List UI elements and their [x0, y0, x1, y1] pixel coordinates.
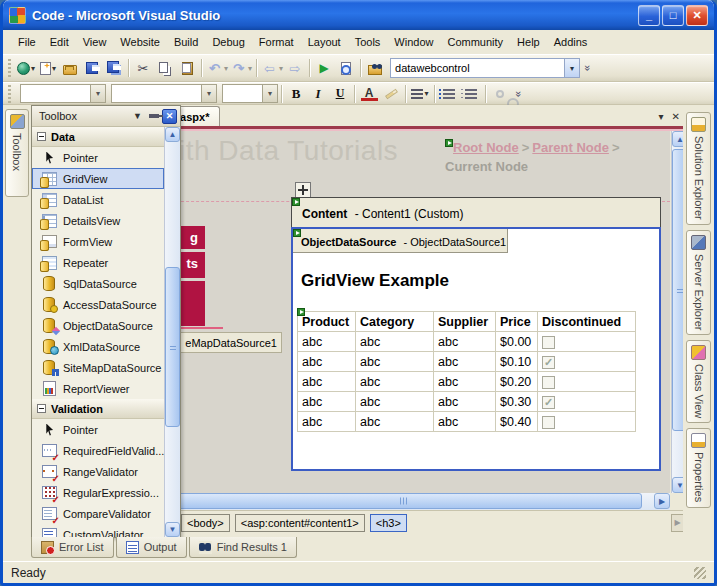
- breadcrumb-link-parent-node[interactable]: Parent Node: [532, 140, 609, 155]
- menu-window[interactable]: Window: [387, 33, 440, 51]
- menu-debug[interactable]: Debug: [205, 33, 251, 51]
- menu-website[interactable]: Website: [113, 33, 167, 51]
- smart-tag-icon[interactable]: [445, 139, 453, 147]
- cut-button[interactable]: [132, 57, 154, 79]
- toolbox-pin-icon[interactable]: [146, 109, 161, 124]
- toolbox-scroll-thumb[interactable]: [165, 267, 180, 427]
- discontinued-checkbox[interactable]: [542, 356, 555, 369]
- left-tab-toolbox[interactable]: Toolbox: [5, 109, 29, 197]
- dropdown-arrow-icon[interactable]: ▾: [248, 64, 252, 73]
- toolbox-item-comparevalidator[interactable]: CompareValidator: [32, 503, 164, 524]
- move-handle-icon[interactable]: [295, 182, 311, 198]
- breadcrumb-link-root-node[interactable]: Root Node: [453, 140, 519, 155]
- bold-button[interactable]: [285, 83, 307, 105]
- right-tab-class-view[interactable]: Class View: [686, 340, 711, 423]
- smart-tag-icon[interactable]: [293, 229, 301, 237]
- toolbox-item-pointer[interactable]: Pointer: [32, 147, 164, 168]
- minimize-button[interactable]: _: [638, 5, 660, 26]
- toolbox-item-repeater[interactable]: Repeater: [32, 252, 164, 273]
- redo-button[interactable]: ▾: [229, 57, 253, 79]
- toolbar-grip[interactable]: [8, 59, 11, 77]
- menu-layout[interactable]: Layout: [301, 33, 348, 51]
- menu-view[interactable]: View: [76, 33, 114, 51]
- maximize-button[interactable]: □: [662, 5, 684, 26]
- tag-asp-content-content1[interactable]: <asp:content#content1>: [235, 514, 365, 532]
- tag-h3[interactable]: <h3>: [370, 514, 407, 532]
- right-tab-solution-explorer[interactable]: Solution Explorer: [686, 112, 711, 225]
- search-combo[interactable]: datawebcontrol▾: [390, 58, 580, 78]
- toolbox-item-requiredfieldvalid[interactable]: RequiredFieldValid...: [32, 440, 164, 461]
- menu-format[interactable]: Format: [252, 33, 301, 51]
- bottom-tab-error-list[interactable]: Error List: [31, 537, 114, 558]
- find-in-files-button[interactable]: [364, 57, 386, 79]
- design-surface[interactable]: ith Data Tutorials Root Node>Parent Node…: [161, 131, 670, 493]
- document-list-dropdown-icon[interactable]: ▾: [659, 111, 664, 122]
- numbered-list-button[interactable]: [460, 83, 482, 105]
- discontinued-checkbox[interactable]: [542, 376, 555, 389]
- alignment-button[interactable]: ▾: [409, 83, 431, 105]
- collapse-icon[interactable]: [37, 404, 46, 413]
- collapse-icon[interactable]: [37, 132, 46, 141]
- toolbox-item-sitemapdatasource[interactable]: SiteMapDataSource: [32, 357, 164, 378]
- save-all-button[interactable]: [103, 57, 125, 79]
- menu-build[interactable]: Build: [167, 33, 205, 51]
- view-in-browser-button[interactable]: [335, 57, 357, 79]
- menu-community[interactable]: Community: [440, 33, 510, 51]
- tag-body[interactable]: <body>: [181, 514, 230, 532]
- scroll-up-icon[interactable]: ▲: [165, 127, 180, 142]
- foreground-color-button[interactable]: [358, 83, 380, 105]
- toolbox-item-reportviewer[interactable]: ReportViewer: [32, 378, 164, 399]
- right-tab-properties[interactable]: Properties: [686, 428, 711, 507]
- toolbox-section-data[interactable]: Data: [32, 127, 164, 147]
- discontinued-checkbox[interactable]: [542, 336, 555, 349]
- toolbox-item-objectdatasource[interactable]: ObjectDataSource: [32, 315, 164, 336]
- toolbox-close-icon[interactable]: ✕: [162, 109, 177, 124]
- new-website-button[interactable]: ▾: [15, 57, 37, 79]
- toolbox-item-datalist[interactable]: DataList: [32, 189, 164, 210]
- scroll-right-icon[interactable]: ▶: [654, 493, 670, 509]
- toolbox-menu-icon[interactable]: ▼: [130, 109, 145, 124]
- bulleted-list-button[interactable]: [438, 83, 460, 105]
- scroll-down-icon[interactable]: ▼: [165, 522, 180, 537]
- right-tab-server-explorer[interactable]: Server Explorer: [686, 230, 711, 335]
- navigate-backward-button[interactable]: ▾: [260, 57, 284, 79]
- menu-edit[interactable]: Edit: [43, 33, 76, 51]
- hyperlink-button[interactable]: [489, 83, 511, 105]
- font-name-combo-dropdown-icon[interactable]: ▾: [201, 85, 216, 102]
- horizontal-scroll-thumb[interactable]: [165, 493, 642, 509]
- toolbox-section-validation[interactable]: Validation: [32, 399, 164, 419]
- target-rule-combo[interactable]: ▾: [20, 84, 106, 103]
- gridview-control[interactable]: ProductCategorySupplierPriceDiscontinued…: [297, 311, 636, 432]
- save-button[interactable]: [81, 57, 103, 79]
- target-rule-combo-dropdown-icon[interactable]: ▾: [90, 85, 105, 102]
- menu-addins[interactable]: Addins: [547, 33, 595, 51]
- toolbox-scrollbar[interactable]: ▲ ▼: [164, 127, 180, 537]
- add-new-item-button[interactable]: ▾: [37, 57, 59, 79]
- toolbar-grip[interactable]: [8, 85, 11, 103]
- highlight-button[interactable]: [380, 83, 402, 105]
- undo-button[interactable]: ▾: [205, 57, 229, 79]
- close-document-icon[interactable]: ✕: [672, 111, 680, 122]
- italic-button[interactable]: [307, 83, 329, 105]
- paste-button[interactable]: [176, 57, 198, 79]
- toolbox-item-accessdatasource[interactable]: AccessDataSource: [32, 294, 164, 315]
- dropdown-arrow-icon[interactable]: ▾: [224, 64, 228, 73]
- resize-grip[interactable]: [694, 567, 706, 579]
- toolbox-item-gridview[interactable]: GridView: [32, 168, 164, 189]
- discontinued-checkbox[interactable]: [542, 416, 555, 429]
- content-placeholder[interactable]: Content - Content1 (Custom) ObjectDataSo…: [291, 197, 661, 471]
- smart-tag-icon[interactable]: [292, 198, 300, 206]
- toolbox-item-formview[interactable]: FormView: [32, 231, 164, 252]
- bottom-tab-find-results-1[interactable]: Find Results 1: [189, 537, 297, 558]
- content-body[interactable]: ObjectDataSource - ObjectDataSource1 Gri…: [291, 227, 661, 471]
- objectdatasource-control[interactable]: ObjectDataSource - ObjectDataSource1: [293, 229, 508, 253]
- font-name-combo[interactable]: ▾: [111, 84, 217, 103]
- toolbox-item-regularexpressio[interactable]: RegularExpressio...: [32, 482, 164, 503]
- close-button[interactable]: ✕: [686, 5, 708, 26]
- smart-tag-icon[interactable]: [297, 308, 305, 316]
- toolbox-item-customvalidator[interactable]: CustomValidator: [32, 524, 164, 537]
- menu-tools[interactable]: Tools: [348, 33, 388, 51]
- bottom-tab-output[interactable]: Output: [116, 537, 187, 558]
- navigate-forward-button[interactable]: [284, 57, 306, 79]
- font-size-combo[interactable]: ▾: [222, 84, 278, 103]
